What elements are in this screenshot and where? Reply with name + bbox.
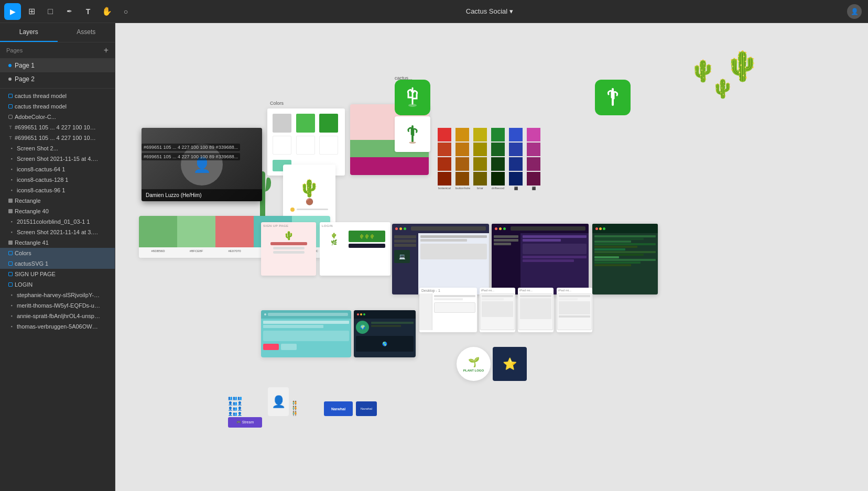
profile-overlay: 👤 Damien Luzzo (He/Him) <box>142 128 262 201</box>
add-page-button[interactable]: + <box>104 46 108 55</box>
layer-item-l21[interactable]: ▪meritt-thomas-lW5yf-EQFDs-unsplash 1 <box>0 300 115 311</box>
layer-label: meritt-thomas-lW5yf-EQFDs-unsplash 1 <box>17 302 101 309</box>
layer-label: icons8-cactus-64 1 <box>17 166 65 172</box>
canvas: 👤 Damien Luzzo (He/Him) #699651 105 ... … <box>115 23 868 491</box>
layer-item-l7[interactable]: ▪Screen Shot 2021-11-15 at 4.52 1 <box>0 154 115 164</box>
project-name-chevron: ▾ <box>509 7 513 15</box>
text-tool[interactable]: T <box>80 3 96 20</box>
layer-item-l2[interactable]: cactus thread model <box>0 101 115 112</box>
image-icon: ▪ <box>8 219 15 225</box>
layer-item-l8[interactable]: ▪icons8-cactus-64 1 <box>0 164 115 174</box>
layer-item-l6[interactable]: ▪Screen Shot 2... <box>0 143 115 154</box>
layer-label: stephanie-harvey-slSRjvoiIpY-unsplash 1 <box>17 292 101 298</box>
layer-item-l1[interactable]: cactus thread model <box>0 91 115 101</box>
layer-item-l9[interactable]: ▪icons8-cactus-128 1 <box>0 174 115 185</box>
color-column-labels: botanical buttonhole briar driftwood ⬛ ⬛ <box>438 187 540 190</box>
layer-label: icons8-cactus-96 1 <box>17 187 65 193</box>
frame-icon <box>8 272 13 276</box>
ipad-frame-1: iPad mi... <box>480 288 515 332</box>
image-icon: ▪ <box>8 292 15 298</box>
swatch-gray <box>273 114 291 133</box>
layer-item-l11[interactable]: Rectangle <box>0 195 115 206</box>
layer-item-l14[interactable]: ▪Screen Shot 2021-11-14 at 3.54 1 <box>0 227 115 237</box>
layer-label: Screen Shot 2... <box>17 145 58 151</box>
comment-tool[interactable]: ○ <box>117 3 134 20</box>
text-icon: T <box>8 125 13 129</box>
image-icon: ▪ <box>8 229 15 235</box>
frame-tool[interactable]: ⊞ <box>23 3 40 20</box>
toolbar-tools: ▶ ⊞ □ ✒ T ✋ ○ <box>0 3 138 20</box>
page-item-2[interactable]: Page 2 <box>0 72 115 86</box>
layer-label: icons8-cactus-128 1 <box>17 177 68 183</box>
project-name-button[interactable]: Cactus Social ▾ <box>466 7 513 15</box>
layer-item-l13[interactable]: ▪201511colorblind_01_03-1 1 <box>0 216 115 227</box>
hand-tool[interactable]: ✋ <box>99 3 115 20</box>
layer-label: SIGN UP PAGE <box>15 271 56 277</box>
layer-label: Screen Shot 2021-11-14 at 3.54 1 <box>17 229 101 235</box>
layer-item-l15[interactable]: Rectangle 41 <box>0 237 115 248</box>
text-icon: T <box>8 136 13 140</box>
canvas-inner: 👤 Damien Luzzo (He/Him) #699651 105 ... … <box>115 23 868 491</box>
frame-icon <box>8 261 13 266</box>
layer-label: 201511colorblind_01_03-1 1 <box>17 219 90 225</box>
page-item-1[interactable]: Page 1 <box>0 59 115 72</box>
layer-label: Screen Shot 2021-11-15 at 4.52 1 <box>17 156 101 162</box>
layer-label: cactusSVG 1 <box>15 260 48 267</box>
shape-tool[interactable]: □ <box>42 3 59 20</box>
layer-item-l18[interactable]: SIGN UP PAGE <box>0 269 115 279</box>
profile-name-text: Damien Luzzo (He/Him) <box>146 192 202 198</box>
tab-layers[interactable]: Layers <box>0 23 58 42</box>
dark-logo-frame: ⭐ <box>493 347 527 381</box>
layer-item-l19[interactable]: LOGIN <box>0 279 115 290</box>
layers-list: cactus thread modelcactus thread modelAd… <box>0 91 115 491</box>
page-marker-2 <box>8 78 12 81</box>
rect-icon <box>8 199 13 203</box>
page-label-1: Page 1 <box>15 62 35 69</box>
pages-header: Pages + <box>0 42 115 59</box>
layer-item-l3[interactable]: AdobeColor-C... <box>0 112 115 122</box>
layer-item-l17[interactable]: cactusSVG 1 <box>0 258 115 269</box>
swatch-green2 <box>319 114 338 133</box>
colors-canvas-label: Colors <box>270 101 284 106</box>
layer-item-l10[interactable]: ▪icons8-cactus-96 1 <box>0 185 115 195</box>
swatch-green1 <box>296 114 315 133</box>
layer-label: Rectangle <box>15 198 41 204</box>
layer-item-l12[interactable]: Rectangle 40 <box>0 206 115 216</box>
pen-tool[interactable]: ✒ <box>61 3 78 20</box>
screen-mockup-2 <box>492 224 589 294</box>
screen-mockup-1: 💻 <box>392 224 489 294</box>
image-icon: ▪ <box>8 145 15 151</box>
layer-text-overlay-2: #699651 105 ... 4 227 100 100 89 #339688… <box>142 153 240 160</box>
tab-assets[interactable]: Assets <box>58 23 115 42</box>
layer-item-l5[interactable]: T#699651 105 ... 4 227 100 100 89 #33968… <box>0 133 115 143</box>
image-icon: ▪ <box>8 156 15 162</box>
layer-label: LOGIN <box>15 281 32 288</box>
image-icon: ▪ <box>8 187 15 193</box>
pages-list: Page 1 Page 2 <box>0 59 115 86</box>
people-silhouettes: 👥👥👥 👤👥👤 👤👥👤 👤👥👤 👤 🧑‍🤝‍🧑 🧑‍🤝‍🧑 🧑‍🤝‍🧑 Narw… <box>228 387 377 416</box>
layer-label: Colors <box>15 250 31 256</box>
layer-item-l4[interactable]: T#699651 105 ... 4 227 100 100 89 #33968… <box>0 122 115 133</box>
image-icon: ▪ <box>8 166 15 172</box>
rect-icon <box>8 209 13 213</box>
image-icon: ▪ <box>8 323 15 330</box>
page-marker-1 <box>8 64 12 67</box>
layer-item-l20[interactable]: ▪stephanie-harvey-slSRjvoiIpY-unsplash 1 <box>0 290 115 300</box>
layer-item-l22[interactable]: ▪annie-spratt-fbAnIjhrOL4-unsplash 1 <box>0 311 115 321</box>
screen-mockup-3 <box>592 224 658 294</box>
group-icon <box>8 115 13 119</box>
cactus-emoji-3: 🌵 <box>711 78 734 100</box>
select-tool[interactable]: ▶ <box>4 3 21 20</box>
page-label-2: Page 2 <box>15 75 35 83</box>
frame-icon <box>8 94 13 98</box>
vertical-color-columns <box>438 128 540 186</box>
user-avatar-button[interactable]: 👤 <box>847 4 862 19</box>
layer-item-l16[interactable]: Colors <box>0 248 115 258</box>
layer-label: cactus thread model <box>15 93 67 99</box>
image-icon: ▪ <box>8 177 15 183</box>
layer-item-l23[interactable]: ▪thomas-verbruggen-5A06OWU6Wuc-unsplash … <box>0 321 115 332</box>
login-frame: LOGIN 🌵 🌿 🌵🌵🌵 <box>320 222 390 276</box>
pages-label: Pages <box>6 47 23 53</box>
toolbar-right: 👤 <box>841 4 868 19</box>
signup-page-frame: SIGN UP PAGE 🌵 <box>261 222 316 276</box>
